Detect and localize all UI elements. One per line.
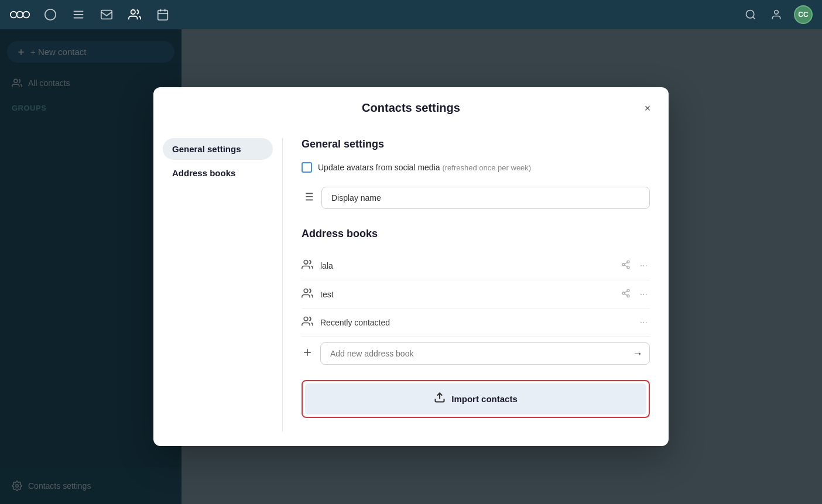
svg-point-22: [627, 260, 629, 263]
nav-item-address-books[interactable]: Address books: [163, 162, 273, 184]
address-books-title: Address books: [302, 228, 650, 240]
svg-rect-4: [101, 11, 112, 19]
svg-point-3: [45, 9, 56, 20]
avatar-checkbox-muted: (refreshed once per week): [442, 163, 531, 172]
address-book-icon-lala: [302, 259, 313, 273]
svg-point-5: [131, 10, 135, 14]
address-book-name-recently: Recently contacted: [320, 318, 631, 327]
sort-icon: [302, 190, 314, 206]
modal-body: General settings Address books General s…: [153, 124, 669, 446]
add-address-book-input-wrapper: →: [320, 342, 650, 365]
address-book-item-test: test ···: [302, 280, 650, 309]
share-icon-lala[interactable]: [619, 258, 633, 274]
svg-point-30: [627, 295, 629, 297]
svg-point-28: [627, 289, 629, 292]
sort-select[interactable]: Display name First name Last name: [321, 187, 650, 209]
more-icon-recently[interactable]: ···: [638, 315, 650, 330]
main-layout: + New contact All contacts Groups Contac…: [0, 29, 822, 504]
address-book-actions-recently: ···: [638, 315, 650, 330]
avatar-checkbox-row: Update avatars from social media (refres…: [302, 162, 650, 173]
import-contacts-button[interactable]: Import contacts: [305, 383, 646, 414]
modal-main-content: General settings Update avatars from soc…: [282, 138, 669, 432]
svg-point-29: [622, 292, 625, 294]
address-book-actions-test: ···: [619, 286, 650, 303]
svg-point-2: [23, 12, 29, 18]
address-books-section: Address books lala: [302, 228, 650, 418]
nextcloud-logo[interactable]: [9, 4, 30, 25]
general-settings-title: General settings: [302, 138, 650, 150]
svg-rect-6: [158, 11, 168, 20]
topbar-left: [9, 4, 171, 25]
import-contacts-label: Import contacts: [451, 394, 518, 404]
svg-point-0: [11, 12, 17, 18]
svg-point-27: [304, 289, 308, 293]
svg-line-31: [624, 294, 627, 296]
address-book-actions-lala: ···: [619, 258, 650, 274]
address-book-name-test: test: [320, 290, 612, 299]
contacts-settings-modal: Contacts settings × General settings Add…: [153, 87, 669, 446]
add-address-book-arrow: →: [632, 348, 643, 360]
modal-sidebar-nav: General settings Address books: [153, 138, 282, 432]
nav-mail-icon[interactable]: [98, 6, 115, 23]
svg-point-10: [746, 11, 754, 18]
search-icon[interactable]: [742, 6, 759, 23]
svg-point-1: [17, 12, 23, 18]
sort-row: Display name First name Last name: [302, 187, 650, 209]
nav-item-general-settings[interactable]: General settings: [163, 138, 273, 160]
more-icon-lala[interactable]: ···: [638, 258, 650, 273]
share-icon-test[interactable]: [619, 286, 633, 303]
address-book-item-recently-contacted: Recently contacted ···: [302, 309, 650, 337]
modal-header: Contacts settings ×: [153, 87, 669, 124]
svg-line-25: [624, 265, 627, 267]
topbar: CC: [0, 0, 822, 29]
svg-point-23: [622, 263, 625, 266]
nav-calendar-icon[interactable]: [155, 6, 171, 23]
svg-point-24: [627, 266, 629, 269]
svg-point-33: [304, 317, 308, 321]
nav-contacts-icon[interactable]: [126, 6, 143, 23]
modal-title: Contacts settings: [362, 101, 460, 114]
modal-overlay: Contacts settings × General settings Add…: [0, 29, 822, 504]
address-book-icon-test: [302, 287, 313, 302]
avatar-checkbox-label: Update avatars from social media (refres…: [318, 163, 531, 172]
add-address-book-icon: [302, 347, 313, 361]
user-status-icon[interactable]: [768, 6, 785, 23]
nav-files-icon[interactable]: [70, 6, 87, 23]
svg-point-11: [775, 11, 779, 15]
more-icon-test[interactable]: ···: [638, 287, 650, 302]
svg-line-26: [624, 262, 627, 264]
add-address-book-row: →: [302, 337, 650, 371]
address-book-item-lala: lala ···: [302, 252, 650, 280]
svg-point-21: [304, 260, 308, 264]
topbar-right: CC: [742, 5, 813, 24]
nav-dashboard-icon[interactable]: [42, 6, 59, 23]
import-btn-wrapper: Import contacts: [302, 380, 650, 418]
user-avatar[interactable]: CC: [794, 5, 813, 24]
address-book-icon-recently: [302, 316, 313, 330]
avatar-checkbox[interactable]: [302, 162, 312, 173]
import-icon: [434, 392, 446, 406]
svg-line-32: [624, 291, 627, 293]
modal-close-button[interactable]: ×: [638, 99, 657, 118]
add-address-book-input[interactable]: [320, 342, 650, 365]
address-book-name-lala: lala: [320, 261, 612, 270]
